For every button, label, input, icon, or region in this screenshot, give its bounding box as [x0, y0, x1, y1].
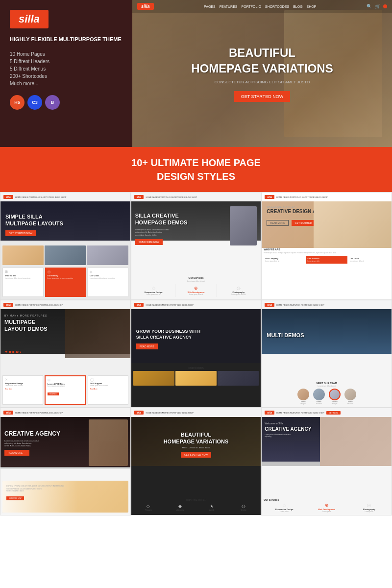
demo-creative-agency[interactable]: silla HOME PAGES FEATURES PORTFOLIO BLOG… — [0, 408, 131, 515]
nav-shortcodes[interactable]: SHORTCODES — [265, 5, 289, 8]
demo-nav-5: silla HOME PAGES FEATURES PORTFOLIO BLOG… — [131, 300, 261, 309]
demo-beautiful-homepage[interactable]: silla HOME PAGES FEATURES PORTFOLIO BLOG… — [131, 408, 262, 515]
demo-creative-design[interactable]: silla HOME PAGES PORTFOLIO SHORTCODES BL… — [261, 192, 392, 300]
demo2-btn[interactable]: SUBSCRIBE NOW — [135, 239, 163, 245]
demo1-title: SIMPLE SILLAMULTIPAGE LAYOUTS — [5, 213, 125, 227]
cart-badge — [383, 4, 387, 8]
list-item: 10 Home Pages — [10, 50, 122, 58]
demo-nav-3: silla HOME PAGES PORTFOLIO SHORTCODES BL… — [262, 193, 392, 201]
demo-nav-1: silla HOME PAGES PORTFOLIO SHORTCODES BL… — [0, 193, 130, 201]
search-icon[interactable]: 🔍 — [367, 4, 372, 9]
demo-nav-7: silla HOME PAGES FEATURES PORTFOLIO BLOG… — [0, 408, 130, 417]
nav-links: PAGES FEATURES PORTFOLIO SHORTCODES BLOG… — [204, 5, 316, 8]
demo-silla-creative[interactable]: silla HOME PAGES PORTFOLIO SHORTCODES BL… — [131, 192, 262, 300]
demo-welcome-silla[interactable]: silla HOME PAGES FEATURES PORTFOLIO BLOG… — [261, 408, 392, 515]
demo-nav-4: silla HOME PAGES FEATURES PORTFOLIO BLOG… — [0, 300, 130, 309]
tech-badges: H5 C3 B — [10, 95, 122, 110]
list-item: 5 Diffrent Menus — [10, 65, 122, 73]
demo9-title: CREATIVE AGENCY — [265, 426, 311, 432]
demo7-btn[interactable]: READ MORE → — [4, 450, 29, 456]
banner: 10+ ULTIMATE HOME PAGEDESIGN STYLES — [0, 147, 392, 192]
demo-simple-silla[interactable]: silla HOME PAGES PORTFOLIO SHORTCODES BL… — [0, 192, 131, 300]
cart-icon[interactable]: 🛒 — [375, 4, 380, 9]
nav-blog[interactable]: BLOG — [293, 5, 302, 8]
demo-grow-business[interactable]: silla HOME PAGES FEATURES PORTFOLIO BLOG… — [131, 300, 262, 408]
feature-list: 10 Home Pages 5 Diffrent Headers 5 Diffr… — [10, 50, 122, 87]
hero-cta-button[interactable]: GET STARTED NOW — [234, 91, 291, 102]
demo2-title: SILLA CREATIVEHOMEPAGE DEMOS — [135, 212, 228, 226]
nav-portfolio[interactable]: PORTFOLIO — [242, 5, 261, 8]
hero-section: silla PAGES FEATURES PORTFOLIO SHORTCODE… — [132, 0, 392, 147]
demos-grid-row2: silla HOME PAGES FEATURES PORTFOLIO BLOG… — [0, 300, 392, 408]
demo8-title: BEAUTIFULHOMEPAGE VARIATIONS — [164, 431, 229, 445]
banner-text: 10+ ULTIMATE HOME PAGEDESIGN STYLES — [9, 156, 383, 183]
tagline: HIGHLY FLEXIBLE MULTIPURPOSE THEME — [10, 35, 122, 44]
left-panel: silla HIGHLY FLEXIBLE MULTIPURPOSE THEME… — [0, 0, 132, 147]
list-item: Much more... — [10, 80, 122, 87]
logo[interactable]: silla — [10, 10, 49, 28]
nav-icons: 🔍 🛒 — [367, 4, 387, 9]
demo-nav-2: silla HOME PAGES PORTFOLIO SHORTCODES BL… — [131, 193, 261, 201]
demos-grid-row3: silla HOME PAGES FEATURES PORTFOLIO BLOG… — [0, 408, 392, 515]
demo-multi-demos[interactable]: silla HOME PAGES FEATURES PORTFOLIO BLOG… — [261, 300, 392, 408]
nav-pages[interactable]: PAGES — [204, 5, 216, 8]
demo-nav-8: silla HOME PAGES FEATURES PORTFOLIO BLOG… — [131, 408, 261, 417]
hero-title: BEAUTIFULHOMEPAGE VARIATIONS — [191, 45, 333, 75]
nav-logo[interactable]: silla — [137, 3, 154, 10]
bootstrap-badge: B — [45, 95, 60, 110]
list-item: 5 Diffrent Headers — [10, 58, 122, 65]
nav-shop[interactable]: SHOP — [307, 5, 317, 8]
html5-badge: H5 — [10, 95, 24, 110]
demos-grid: silla HOME PAGES PORTFOLIO SHORTCODES BL… — [0, 192, 392, 300]
demo3-btn-start[interactable]: GET STARTED — [292, 220, 315, 226]
demo5-title: GROW YOUR BUSINESS WITHSILLA CREATIVE AG… — [136, 329, 200, 340]
nav-features[interactable]: FEATURES — [220, 5, 238, 8]
list-item: 200+ Shortcodes — [10, 73, 122, 80]
hero-subtitle: CONSECTETUR ADIPISCING ELIT SIT AMET JUS… — [215, 80, 310, 84]
css3-badge: C3 — [27, 95, 42, 110]
demo-nav-9: silla HOME PAGES FEATURES PORTFOLIO BLOG… — [262, 408, 392, 417]
demo3-btn-read[interactable]: READ MORE — [267, 220, 288, 226]
demo-nav-6: silla HOME PAGES FEATURES PORTFOLIO BLOG… — [262, 300, 392, 309]
demo1-btn[interactable]: GET STARTED NOW — [5, 230, 36, 236]
demo6-title: MULTI DEMOS — [267, 332, 304, 339]
demo5-btn[interactable]: READ MORE — [136, 343, 158, 349]
demo8-btn[interactable]: GET STARTED NOW — [181, 452, 211, 458]
demo7-title: CREATIVE AGENCY — [4, 430, 60, 438]
demo-multipage[interactable]: silla HOME PAGES FEATURES PORTFOLIO BLOG… — [0, 300, 131, 408]
